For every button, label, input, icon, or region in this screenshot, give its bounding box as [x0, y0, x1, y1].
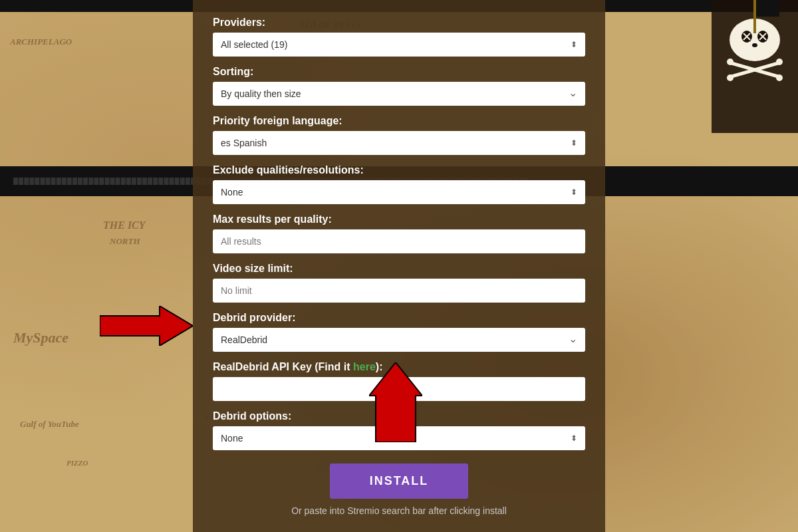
svg-rect-19 — [753, 0, 756, 33]
video-size-input[interactable] — [213, 279, 585, 303]
svg-point-18 — [776, 74, 783, 81]
max-results-input[interactable] — [213, 229, 585, 253]
arrow-vertical — [369, 362, 422, 442]
map-label-gulf: Gulf of YouTube — [20, 419, 79, 430]
svg-rect-12 — [761, 51, 764, 55]
svg-point-16 — [776, 59, 783, 65]
map-label-myspace: MySpace — [13, 329, 68, 346]
max-results-group: Max results per quality: — [213, 213, 585, 253]
map-label-archipelago: ARCHIPELAGO — [10, 37, 72, 47]
map-label-north: NORTH — [110, 236, 140, 247]
language-select-wrapper: es Spanish — [213, 131, 585, 155]
paste-hint: Or paste into Stremio search bar after c… — [213, 505, 585, 516]
language-label: Priority foreign language: — [213, 115, 585, 127]
pirate-ship — [632, 0, 798, 166]
svg-rect-9 — [745, 51, 748, 55]
sorting-select-wrapper: By quality then size — [213, 82, 585, 106]
debrid-provider-group: Debrid provider: RealDebrid — [213, 312, 585, 352]
svg-marker-22 — [369, 362, 422, 442]
sorting-select[interactable]: By quality then size — [213, 82, 585, 106]
install-button[interactable]: INSTALL — [330, 464, 469, 499]
sorting-group: Sorting: By quality then size — [213, 66, 585, 106]
map-label-icy: THE ICY — [103, 219, 146, 231]
svg-rect-10 — [750, 51, 753, 55]
providers-label: Providers: — [213, 17, 585, 29]
providers-group: Providers: All selected (19) — [213, 17, 585, 57]
svg-marker-21 — [100, 306, 193, 346]
language-group: Priority foreign language: es Spanish — [213, 115, 585, 155]
debrid-provider-select[interactable]: RealDebrid — [213, 328, 585, 352]
video-size-group: Video size limit: — [213, 263, 585, 303]
exclude-qualities-select[interactable]: None — [213, 180, 585, 204]
exclude-qualities-select-wrapper: None — [213, 180, 585, 204]
svg-point-8 — [752, 43, 757, 47]
debrid-provider-select-wrapper: RealDebrid — [213, 328, 585, 352]
exclude-qualities-group: Exclude qualities/resolutions: None — [213, 164, 585, 204]
svg-point-17 — [727, 74, 733, 81]
form-panel: Providers: All selected (19) Sorting: By… — [193, 0, 605, 532]
debrid-provider-label: Debrid provider: — [213, 312, 585, 324]
svg-rect-20 — [756, 0, 779, 17]
video-size-label: Video size limit: — [213, 263, 585, 275]
arrow-horizontal — [100, 306, 193, 346]
svg-rect-11 — [755, 51, 759, 55]
svg-point-15 — [727, 59, 733, 65]
api-key-label-before: RealDebrid API Key (Find it — [213, 361, 353, 372]
language-select[interactable]: es Spanish — [213, 131, 585, 155]
map-label-pizzo: PIZZO — [66, 459, 88, 467]
exclude-qualities-label: Exclude qualities/resolutions: — [213, 164, 585, 176]
sorting-label: Sorting: — [213, 66, 585, 78]
providers-select-wrapper: All selected (19) — [213, 33, 585, 57]
providers-select[interactable]: All selected (19) — [213, 33, 585, 57]
max-results-label: Max results per quality: — [213, 213, 585, 225]
